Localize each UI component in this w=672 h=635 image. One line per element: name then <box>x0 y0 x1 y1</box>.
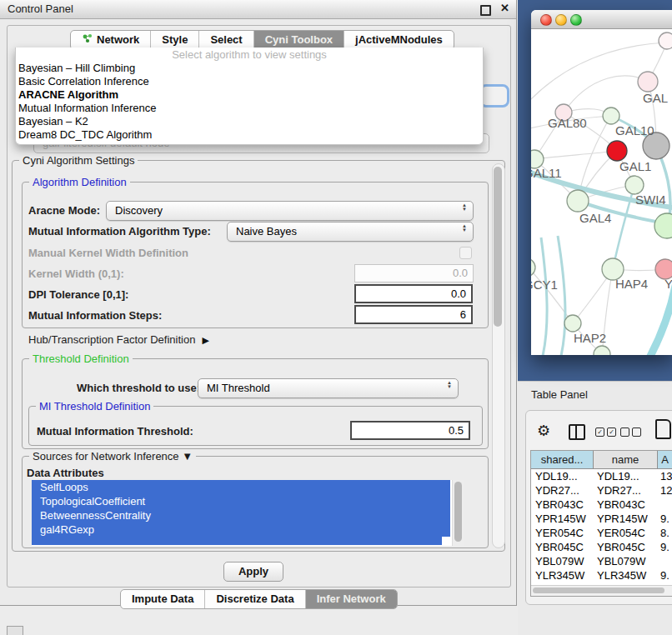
table-row[interactable]: YBR045CYBR045C9. <box>531 540 672 554</box>
algorithm-option[interactable]: Dream8 DC_TDC Algorithm <box>16 128 483 142</box>
manual-kernel-checkbox[interactable] <box>459 247 472 259</box>
table-cell: YER054C <box>593 526 656 540</box>
settings-scrollbar-thumb[interactable] <box>494 167 502 327</box>
data-attributes-list[interactable]: SelfLoopsTopologicalCoefficientBetweenne… <box>32 480 464 546</box>
apply-button[interactable]: Apply <box>223 562 283 582</box>
tab-impute-data[interactable]: Impute Data <box>121 590 204 608</box>
column-header[interactable]: A <box>658 451 672 468</box>
node-label: GAL80 <box>548 116 587 130</box>
algorithm-dropdown[interactable]: Select algorithm to view settings Bayesi… <box>15 48 484 145</box>
attributes-scrollbar-thumb[interactable] <box>454 482 462 542</box>
algorithm-dropdown-placeholder: Select algorithm to view settings <box>16 48 483 62</box>
network-node-swi4[interactable] <box>625 176 644 194</box>
network-node-gal1[interactable] <box>607 141 627 161</box>
close-icon[interactable]: ✕ <box>500 2 509 14</box>
attributes-scrollbar[interactable] <box>452 480 464 546</box>
attribute-item-clipped[interactable] <box>32 537 442 545</box>
algorithm-combo-focus-ring <box>479 84 509 108</box>
mi-type-combo[interactable]: Naive Bayes ▲▼ <box>227 222 474 242</box>
tab-cyni-toolbox[interactable]: Cyni Toolbox <box>253 31 344 49</box>
table-row[interactable]: YPR145WYPR145W9. <box>531 512 672 526</box>
network-tab-icon <box>82 31 93 49</box>
expander-expanded-icon[interactable]: ▼ <box>182 450 193 462</box>
table-row[interactable]: YBR043CYBR043C <box>531 498 672 512</box>
attribute-item[interactable]: BetweennessCentrality <box>32 508 450 522</box>
algorithm-option[interactable]: Bayesian – Hill Climbing <box>16 62 483 75</box>
table-row[interactable]: YDL19...YDL19...13 <box>531 469 672 483</box>
which-threshold-label: Which threshold to use: <box>77 382 200 394</box>
mi-steps-label: Mutual Information Steps: <box>28 309 162 322</box>
dpi-tolerance-label: DPI Tolerance [0,1]: <box>28 288 128 301</box>
screen: Control Panel ✕ Network Style Select Cyn… <box>0 0 672 635</box>
algorithm-option[interactable]: Bayesian – K2 <box>16 115 483 128</box>
network-node[interactable] <box>659 32 672 49</box>
table-cell <box>656 554 672 568</box>
table-row[interactable]: YER054CYER054C8. <box>531 526 672 540</box>
table-row[interactable]: YBL079WYBL079W <box>531 554 672 568</box>
zoom-traffic-light-icon[interactable] <box>570 14 582 26</box>
columns-icon[interactable] <box>569 424 585 440</box>
algorithm-option[interactable]: ARACNE Algorithm <box>16 88 483 102</box>
node-label: HAP4 <box>615 277 648 291</box>
column-header[interactable]: shared... <box>531 451 594 468</box>
network-canvas[interactable]: GALGAL80GAL10GAL1GAL11SWI4GAL4GCY1HAP4YH… <box>531 29 672 355</box>
table-cell: YDR27... <box>531 483 593 498</box>
table-cell: YDL19... <box>531 469 593 483</box>
tab-infer-network[interactable]: Infer Network <box>305 590 397 608</box>
dpi-tolerance-input[interactable]: 0.0 <box>354 284 473 303</box>
table-hscrollbar-thumb[interactable] <box>533 588 664 593</box>
network-node-hap2[interactable] <box>564 315 581 332</box>
deselect-all-checks-icon[interactable] <box>620 428 641 437</box>
which-threshold-combo[interactable]: MI Threshold ▲▼ <box>198 378 459 398</box>
tab-network[interactable]: Network <box>71 31 150 49</box>
stepper-arrows-icon: ▲▼ <box>462 203 467 212</box>
sources-title: Sources for Network Inference ▼ <box>29 450 196 462</box>
mi-steps-input[interactable]: 6 <box>354 305 473 324</box>
table-body: YDL19...YDL19...13YDR27...YDR27...12YBR0… <box>531 469 672 597</box>
attribute-item[interactable]: gal4RGexp <box>32 522 450 537</box>
table-cell: YPR145W <box>593 512 656 526</box>
node-label: GAL4 <box>579 211 611 225</box>
table-cell: YDL19... <box>593 469 656 483</box>
control-panel-titlebar: Control Panel ✕ <box>0 0 516 19</box>
node-table[interactable]: shared...nameA YDL19...YDL19...13YDR27..… <box>530 450 672 597</box>
table-settings-gear-icon[interactable]: ⚙ <box>537 422 550 440</box>
tab-select[interactable]: Select <box>198 31 253 49</box>
table-cell <box>656 498 672 512</box>
table-cell: YBL079W <box>531 554 593 568</box>
hub-definition-expander[interactable]: Hub/Transcription Factor Definition▶ <box>28 333 209 346</box>
network-node-gal4[interactable] <box>567 190 589 212</box>
tab-jactivemnodules[interactable]: jActiveMNodules <box>344 31 454 49</box>
attribute-item[interactable]: SelfLoops <box>32 480 450 494</box>
tab-discretize-data[interactable]: Discretize Data <box>204 590 304 608</box>
export-table-icon[interactable] <box>655 419 671 439</box>
close-traffic-light-icon[interactable] <box>540 14 552 26</box>
table-hscrollbar[interactable] <box>531 585 672 596</box>
table-cell: YER054C <box>531 526 593 540</box>
restore-icon[interactable] <box>480 5 491 16</box>
network-node[interactable] <box>594 346 610 355</box>
table-header: shared...nameA <box>531 451 672 469</box>
collapsed-panel-handle[interactable] <box>7 626 23 635</box>
table-row[interactable]: YLR345WYLR345W9. <box>531 568 672 582</box>
minimize-traffic-light-icon[interactable] <box>555 14 567 26</box>
settings-scrollbar[interactable] <box>492 163 505 548</box>
attribute-item[interactable]: TopologicalCoefficient <box>32 494 450 508</box>
kernel-width-label: Kernel Width (0,1): <box>28 268 124 280</box>
tab-style[interactable]: Style <box>150 31 198 49</box>
table-cell: 9. <box>656 540 672 554</box>
algorithm-option[interactable]: Mutual Information Inference <box>16 102 483 115</box>
mi-threshold-input[interactable]: 0.5 <box>350 421 470 440</box>
table-cell: YBR045C <box>593 540 656 554</box>
network-node-gal10[interactable] <box>603 108 619 124</box>
aracne-mode-combo[interactable]: Discovery ▲▼ <box>106 201 474 221</box>
algorithm-option[interactable]: Basic Correlation Inference <box>16 75 483 88</box>
column-header[interactable]: name <box>594 451 658 468</box>
network-node[interactable] <box>654 213 672 238</box>
table-row[interactable]: YDR27...YDR27...12 <box>531 483 672 498</box>
kernel-width-input[interactable]: 0.0 <box>354 264 474 282</box>
network-node-gal[interactable] <box>638 72 658 92</box>
table-cell: YBR043C <box>531 498 593 512</box>
table-cell: YBL079W <box>593 554 656 568</box>
select-all-checks-icon[interactable] <box>595 428 616 437</box>
